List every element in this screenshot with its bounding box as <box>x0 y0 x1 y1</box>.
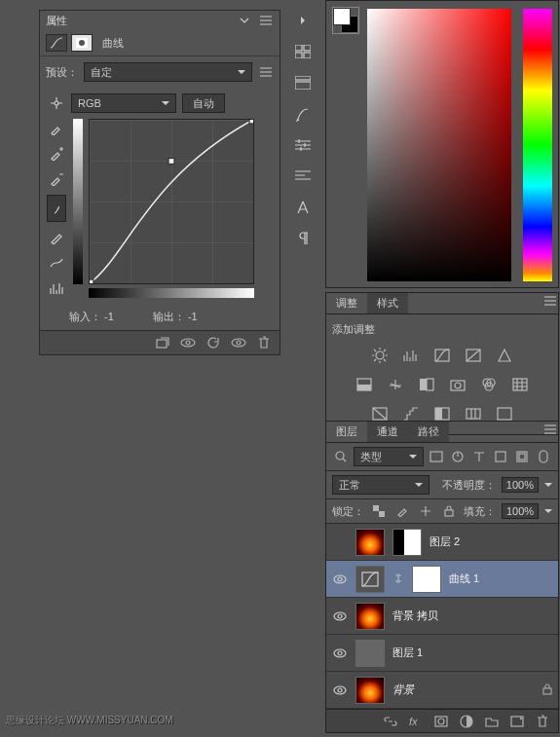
layer-mask-thumbnail[interactable] <box>412 566 441 593</box>
pencil-tool-icon[interactable] <box>47 228 66 247</box>
visibility-toggle[interactable] <box>332 645 348 661</box>
svg-rect-42 <box>373 505 379 511</box>
curves-graph[interactable] <box>89 119 254 284</box>
brightness-icon[interactable] <box>370 347 390 364</box>
new-adjustment-icon[interactable] <box>459 714 474 729</box>
clip-to-layer-icon[interactable] <box>155 335 170 350</box>
lock-transparency-icon[interactable] <box>370 503 388 519</box>
lock-position-icon[interactable] <box>417 503 434 519</box>
new-group-icon[interactable] <box>484 714 500 729</box>
foreground-color-swatch[interactable] <box>333 8 351 25</box>
layer-name[interactable]: 背景 拷贝 <box>392 608 438 623</box>
layer-kind-select[interactable]: 类型 <box>354 447 424 466</box>
fg-bg-swatch[interactable] <box>332 7 359 34</box>
layer-name[interactable]: 背景 <box>392 682 414 697</box>
new-layer-icon[interactable] <box>509 714 525 729</box>
toggle-visibility-icon[interactable] <box>231 335 246 350</box>
color-balance-icon[interactable] <box>386 376 405 393</box>
tab-layers[interactable]: 图层 <box>326 422 367 442</box>
layer-name[interactable]: 图层 2 <box>429 534 460 549</box>
layers-panel-menu-icon[interactable] <box>542 422 558 437</box>
layer-row[interactable]: 图层 1 <box>326 635 558 672</box>
curves-icon[interactable] <box>432 347 452 364</box>
channel-mixer-icon[interactable] <box>479 376 499 393</box>
reset-icon[interactable] <box>205 335 221 350</box>
add-mask-icon[interactable] <box>433 714 449 729</box>
levels-icon[interactable] <box>401 347 421 364</box>
blend-mode-select[interactable]: 正常 <box>332 475 429 495</box>
paragraph-strip-icon[interactable] <box>290 166 316 187</box>
vibrance-icon[interactable] <box>495 347 514 364</box>
filter-smart-icon[interactable] <box>513 449 531 464</box>
visibility-toggle[interactable] <box>332 608 348 624</box>
target-adjust-icon[interactable] <box>47 93 66 113</box>
visibility-toggle[interactable] <box>332 571 348 587</box>
curve-point-tool-icon[interactable] <box>47 195 66 222</box>
collapse-icon[interactable] <box>237 13 252 28</box>
layer-name[interactable]: 曲线 1 <box>449 571 479 586</box>
filter-pixel-icon[interactable] <box>428 449 445 464</box>
hue-sat-icon[interactable] <box>355 376 374 393</box>
layer-mask-thumbnail[interactable] <box>392 529 422 556</box>
layer-fx-icon[interactable]: fx <box>408 714 424 729</box>
color-field[interactable] <box>367 9 511 281</box>
layer-thumbnail[interactable] <box>355 677 385 704</box>
layer-row[interactable]: 图层 2 <box>326 524 558 561</box>
mask-icon-tab[interactable] <box>71 34 93 52</box>
layer-thumbnail[interactable] <box>355 529 385 556</box>
hue-slider[interactable] <box>523 9 552 281</box>
lock-all-icon[interactable] <box>440 503 458 519</box>
swatches-strip-icon[interactable] <box>290 41 316 62</box>
tab-channels[interactable]: 通道 <box>367 422 408 442</box>
fill-value[interactable]: 100% <box>502 503 539 519</box>
preset-menu-icon[interactable] <box>258 64 274 80</box>
search-icon[interactable] <box>332 449 350 464</box>
eyedropper-minus-icon[interactable] <box>47 169 66 189</box>
fill-drop-icon[interactable] <box>544 509 552 513</box>
expand-handle-icon[interactable] <box>290 10 316 31</box>
layer-thumbnail[interactable] <box>355 640 385 667</box>
props-strip-icon[interactable] <box>290 72 316 93</box>
pilcrow-strip-icon[interactable] <box>290 228 316 249</box>
filter-adjust-icon[interactable] <box>449 449 467 464</box>
brush-strip-icon[interactable] <box>290 103 316 125</box>
adjustment-thumbnail[interactable] <box>355 566 385 593</box>
photo-filter-icon[interactable] <box>448 376 467 393</box>
layer-row[interactable]: 曲线 1 <box>326 561 558 598</box>
filter-toggle[interactable] <box>535 449 552 464</box>
tab-paths[interactable]: 路径 <box>408 422 449 442</box>
layer-row[interactable]: 背景 拷贝 <box>326 598 558 635</box>
opacity-drop-icon[interactable] <box>544 483 552 487</box>
layer-name[interactable]: 图层 1 <box>392 645 423 660</box>
tab-styles[interactable]: 样式 <box>367 293 408 313</box>
layer-thumbnail[interactable] <box>355 603 385 630</box>
tab-adjustments[interactable]: 调整 <box>326 293 367 313</box>
eyedropper-plus-icon[interactable] <box>47 144 66 164</box>
color-lookup-icon[interactable] <box>510 376 530 393</box>
view-previous-icon[interactable] <box>180 335 196 350</box>
opacity-value[interactable]: 100% <box>502 477 539 493</box>
lock-pixels-icon[interactable] <box>393 503 411 519</box>
character-strip-icon[interactable] <box>290 197 316 218</box>
filter-shape-icon[interactable] <box>492 449 509 464</box>
filter-type-icon[interactable] <box>470 449 488 464</box>
delete-adjustment-icon[interactable] <box>256 335 272 350</box>
auto-button[interactable]: 自动 <box>182 93 225 113</box>
link-layers-icon[interactable] <box>383 714 398 729</box>
adj-panel-menu-icon[interactable] <box>542 293 558 309</box>
exposure-icon[interactable] <box>464 347 483 364</box>
adjustment-icon-tab[interactable] <box>46 34 67 52</box>
eyedropper-icon[interactable] <box>47 119 66 138</box>
smooth-icon[interactable] <box>47 253 66 273</box>
layer-row[interactable]: 背景 <box>326 672 558 709</box>
preset-select[interactable]: 自定 <box>84 62 252 82</box>
visibility-toggle[interactable] <box>332 534 348 550</box>
bw-icon[interactable] <box>417 376 436 393</box>
adjust-strip-icon[interactable] <box>290 134 316 156</box>
link-mask-icon[interactable] <box>392 572 404 586</box>
visibility-toggle[interactable] <box>332 682 348 698</box>
histogram-icon[interactable] <box>47 278 66 298</box>
panel-menu-icon[interactable] <box>258 13 274 28</box>
delete-layer-icon[interactable] <box>535 714 550 729</box>
channel-select[interactable]: RGB <box>71 93 176 113</box>
